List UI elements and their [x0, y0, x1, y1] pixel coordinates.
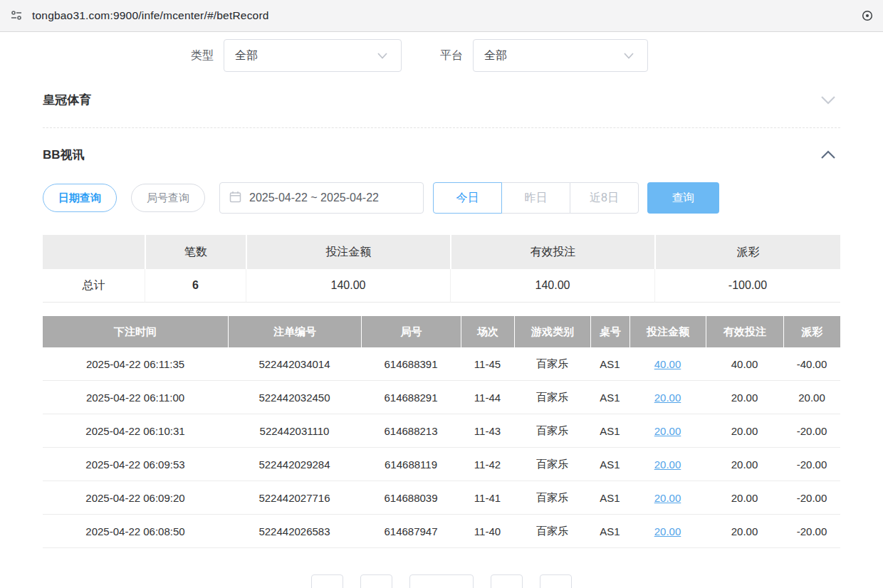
table-row: 2025-04-22 06:10:31 522442031110 6146882… — [43, 414, 840, 448]
platform-label: 平台 — [440, 48, 463, 63]
round-no-cell: 614687947 — [361, 515, 461, 548]
date-range-input[interactable]: 2025-04-22 ~ 2025-04-22 — [219, 182, 424, 214]
bet-amount-cell: 20.00 — [629, 448, 706, 481]
order-no-cell: 522442027716 — [228, 481, 361, 515]
type-label: 类型 — [191, 48, 214, 63]
yesterday-button[interactable]: 昨日 — [501, 182, 570, 214]
valid-bet-cell: 20.00 — [706, 381, 783, 414]
valid-bet-cell: 20.00 — [706, 414, 783, 448]
summary-header-payout: 派彩 — [654, 235, 840, 269]
bet-time-cell: 2025-04-22 06:11:00 — [43, 381, 228, 414]
payout-cell: -20.00 — [783, 414, 840, 448]
bet-amount-link[interactable]: 20.00 — [654, 525, 681, 537]
bet-amount-cell: 20.00 — [629, 515, 706, 548]
pagination-page-button[interactable] — [491, 574, 523, 588]
bet-amount-link[interactable]: 20.00 — [654, 392, 681, 404]
pagination-jump-input[interactable] — [409, 574, 474, 588]
session-cell: 11-44 — [461, 381, 514, 414]
table-row: 2025-04-22 06:09:53 522442029284 6146881… — [43, 448, 840, 481]
query-toolbar: 日期查询 局号查询 2025-04-22 ~ 2025-04-22 今日 昨日 … — [43, 182, 840, 214]
site-info-icon[interactable] — [10, 9, 23, 22]
pagination-page-button[interactable] — [360, 574, 392, 588]
section-crown-sports[interactable]: 皇冠体育 — [43, 92, 840, 108]
type-select-value: 全部 — [235, 48, 258, 63]
table-row: 2025-04-22 06:11:35 522442034014 6146883… — [43, 347, 840, 381]
table-row: 2025-04-22 06:09:20 522442027716 6146880… — [43, 481, 840, 515]
round-no-cell: 614688119 — [361, 448, 461, 481]
section-bb-video[interactable]: BB视讯 — [43, 147, 840, 163]
game-type-cell: 百家乐 — [514, 381, 590, 414]
calendar-icon — [229, 191, 241, 206]
table-no-cell: AS1 — [590, 414, 629, 448]
bet-time-cell: 2025-04-22 06:08:50 — [43, 515, 228, 548]
order-no-cell: 522442034014 — [228, 347, 361, 381]
summary-header-bet-amount: 投注金额 — [246, 235, 450, 269]
section-title: 皇冠体育 — [43, 92, 91, 108]
table-no-cell: AS1 — [590, 515, 629, 548]
summary-count: 6 — [145, 269, 246, 303]
bet-time-cell: 2025-04-22 06:10:31 — [43, 414, 228, 448]
game-type-cell: 百家乐 — [514, 448, 590, 481]
bet-amount-link[interactable]: 20.00 — [654, 492, 681, 504]
summary-table: 笔数 投注金额 有效投注 派彩 总计 6 140.00 140.00 -100.… — [43, 235, 840, 303]
platform-select-value: 全部 — [484, 48, 507, 63]
bet-amount-cell: 20.00 — [629, 414, 706, 448]
platform-select[interactable]: 全部 — [473, 39, 648, 72]
valid-bet-cell: 20.00 — [706, 448, 783, 481]
chevron-up-icon[interactable] — [816, 147, 840, 162]
bet-time-cell: 2025-04-22 06:11:35 — [43, 347, 228, 381]
header-order-no: 注单编号 — [228, 316, 361, 347]
search-button[interactable]: 查询 — [647, 182, 719, 214]
last-8-days-button[interactable]: 近8日 — [570, 182, 639, 214]
order-no-cell: 522442031110 — [228, 414, 361, 448]
summary-header-count: 笔数 — [145, 235, 246, 269]
table-no-cell: AS1 — [590, 448, 629, 481]
session-cell: 11-43 — [461, 414, 514, 448]
game-type-cell: 百家乐 — [514, 347, 590, 381]
summary-header-blank — [43, 235, 145, 269]
summary-valid-bet: 140.00 — [450, 269, 654, 303]
chevron-down-icon[interactable] — [816, 93, 840, 107]
url-text[interactable]: tongbao31.com:9900/infe/mcenter/#/betRec… — [32, 9, 269, 22]
bet-amount-link[interactable]: 40.00 — [654, 358, 681, 370]
payout-cell: -40.00 — [783, 347, 840, 381]
type-select[interactable]: 全部 — [224, 39, 402, 72]
bet-time-cell: 2025-04-22 06:09:53 — [43, 448, 228, 481]
table-row: 2025-04-22 06:08:50 522442026583 6146879… — [43, 515, 840, 548]
session-cell: 11-41 — [461, 481, 514, 515]
section-title: BB视讯 — [43, 147, 85, 163]
table-no-cell: AS1 — [590, 347, 629, 381]
section-divider — [43, 127, 840, 128]
round-no-cell: 614688213 — [361, 414, 461, 448]
browser-target-icon[interactable] — [862, 10, 873, 21]
header-payout: 派彩 — [783, 316, 840, 347]
summary-header-valid-bet: 有效投注 — [450, 235, 654, 269]
game-type-cell: 百家乐 — [514, 481, 590, 515]
session-cell: 11-42 — [461, 448, 514, 481]
header-game-type: 游戏类别 — [514, 316, 590, 347]
chevron-down-icon — [373, 50, 392, 62]
bet-records-table: 下注时间 注单编号 局号 场次 游戏类别 桌号 投注金额 有效投注 派彩 202… — [43, 316, 840, 548]
round-query-tab[interactable]: 局号查询 — [131, 184, 205, 212]
header-bet-amount: 投注金额 — [629, 316, 706, 347]
table-row: 2025-04-22 06:11:00 522442032450 6146882… — [43, 381, 840, 414]
bet-table-body: 2025-04-22 06:11:35 522442034014 6146883… — [43, 347, 840, 548]
valid-bet-cell: 20.00 — [706, 515, 783, 548]
table-no-cell: AS1 — [590, 381, 629, 414]
bet-amount-cell: 40.00 — [629, 347, 706, 381]
quick-range-group: 今日 昨日 近8日 — [433, 182, 639, 214]
pagination — [43, 574, 840, 588]
payout-cell: -20.00 — [783, 515, 840, 548]
payout-cell: -20.00 — [783, 481, 840, 515]
bet-amount-cell: 20.00 — [629, 381, 706, 414]
date-query-tab[interactable]: 日期查询 — [43, 184, 117, 212]
browser-address-bar[interactable]: tongbao31.com:9900/infe/mcenter/#/betRec… — [0, 0, 883, 32]
bet-amount-link[interactable]: 20.00 — [654, 458, 681, 471]
pagination-prev-button[interactable] — [311, 574, 343, 588]
bet-time-cell: 2025-04-22 06:09:20 — [43, 481, 228, 515]
bet-amount-link[interactable]: 20.00 — [654, 425, 681, 437]
valid-bet-cell: 20.00 — [706, 481, 783, 515]
filter-row: 类型 全部 平台 全部 — [191, 39, 840, 72]
pagination-next-button[interactable] — [540, 574, 572, 588]
today-button[interactable]: 今日 — [433, 182, 502, 214]
